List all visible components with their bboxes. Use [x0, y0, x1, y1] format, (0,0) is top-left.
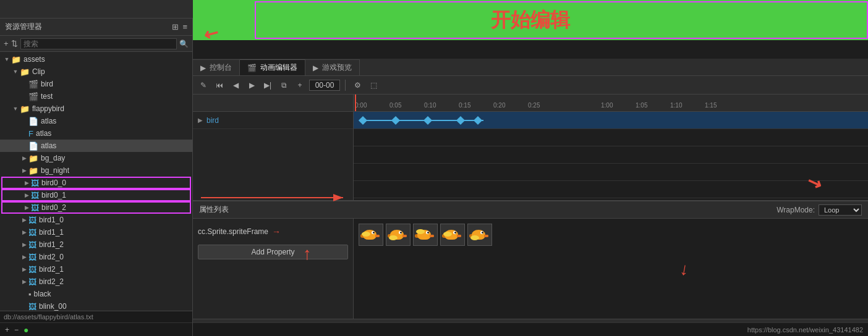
expand-arrow-assets[interactable]: ▼ [2, 56, 11, 62]
tree-item-blink00[interactable]: 🖼 blink_00 [0, 300, 192, 311]
folder-icon-bgday: 📁 [28, 154, 38, 163]
bird-wing-5 [470, 235, 479, 240]
tree-label-bgnight: bg_night [41, 166, 69, 175]
edit-btn[interactable]: ✎ [197, 78, 210, 92]
tree-item-test[interactable]: 🎬 test [0, 90, 192, 103]
expand-arrow-bird2-2[interactable]: ▶ [20, 279, 28, 285]
tree-item-bird0-1[interactable]: ▶ 🖼 bird0_1 [1, 189, 191, 201]
tick-1: 0:05 [389, 102, 401, 109]
sprite-frame-4[interactable] [440, 224, 465, 246]
bird-beak-5 [484, 235, 488, 237]
timeline-track-bird [354, 112, 868, 129]
expand-arrow-bird1-1[interactable]: ▶ [20, 229, 28, 235]
track-expand-bird[interactable]: ▶ [198, 117, 203, 124]
keyframe-4[interactable] [456, 116, 465, 125]
tree-item-assets[interactable]: ▼ 📁 assets [0, 53, 192, 65]
tree-item-bird1-0[interactable]: ▶ 🖼 bird1_0 [0, 214, 192, 226]
wrapmode-select[interactable]: Loop Once PingPong Default [819, 204, 862, 216]
tick-6: 1:00 [601, 102, 613, 109]
game-icon: ▶ [313, 64, 318, 72]
sprite-frame-5[interactable] [467, 224, 492, 246]
tree-item-bird1-2[interactable]: ▶ 🖼 bird1_2 [0, 238, 192, 251]
bird-pupil-5 [482, 232, 483, 233]
sidebar-status-icons: + − ● [5, 325, 29, 335]
tab-anim[interactable]: 🎬 动画编辑器 [240, 59, 305, 75]
anim-icon: 🎬 [247, 64, 257, 72]
expand-arrow-bird0-2[interactable]: ▶ [22, 204, 31, 211]
tick-7: 1:05 [636, 102, 647, 109]
add-property-button[interactable]: Add Property [198, 245, 348, 259]
expand-arrow-bird1-0[interactable]: ▶ [20, 217, 28, 223]
keyframe-5[interactable] [474, 116, 482, 125]
expand-arrow-bird0-0[interactable]: ▶ [22, 180, 31, 186]
tab-preview[interactable]: ▶ 游戏预览 [305, 59, 360, 75]
minus-icon[interactable]: − [14, 326, 19, 334]
bird-sprite-2 [388, 227, 409, 243]
bird-wing-4 [443, 232, 452, 237]
plus-icon[interactable]: + [4, 40, 9, 48]
prop-right [354, 219, 868, 319]
bird-sprite-5 [469, 227, 490, 243]
tree-label-flappybird: flappybird [32, 104, 64, 113]
tree-item-bird0-2[interactable]: ▶ 🖼 bird0_2 [1, 201, 191, 214]
tree-item-flappybird[interactable]: ▼ 📁 flappybird [0, 103, 192, 115]
tree-item-bird1-1[interactable]: ▶ 🖼 bird1_1 [0, 226, 192, 238]
sprite-icon-bird0-2: 🖼 [31, 203, 39, 212]
add-icon[interactable]: + [5, 326, 9, 334]
expand-arrow-bird1-2[interactable]: ▶ [20, 242, 28, 248]
bird-beak-2 [402, 235, 407, 237]
add-event-btn[interactable]: + [293, 78, 307, 92]
next-frame-btn[interactable]: ▶| [261, 78, 274, 92]
tree-item-bgnight[interactable]: ▶ 📁 bg_night [0, 164, 192, 177]
time-display: 00-00 [309, 80, 340, 91]
timeline-ruler: 0:00 0:05 0:10 0:15 0:20 0:25 1:00 1:05 … [354, 94, 868, 112]
tree-item-bird2-0[interactable]: ▶ 🖼 bird2_0 [0, 251, 192, 263]
sort-icon[interactable]: ⇅ [11, 40, 18, 48]
tab-console[interactable]: ▶ 控制台 [193, 59, 240, 75]
expand-arrow-bgnight[interactable]: ▶ [20, 167, 28, 174]
tree-item-clip[interactable]: ▼ 📁 Clip [0, 65, 192, 78]
prop-left: cc.Sprite.spriteFrame → Add Property [193, 219, 354, 319]
fullscreen-btn[interactable]: ⬚ [367, 78, 380, 92]
tree-area: ▼ 📁 assets ▼ 📁 Clip 🎬 bird 🎬 test [0, 52, 192, 311]
expand-arrow-flappybird[interactable]: ▼ [11, 106, 20, 112]
go-start-btn[interactable]: ⏮ [213, 78, 226, 92]
search-icon[interactable]: 🔍 [179, 40, 189, 48]
keyframe-2[interactable] [391, 116, 400, 125]
tree-item-bird[interactable]: 🎬 bird [0, 78, 192, 90]
tree-label-bird2-1: bird2_1 [39, 265, 64, 274]
tree-label-bird0-2: bird0_2 [41, 203, 66, 212]
bottom-section: 属性列表 WrapMode: Loop Once PingPong Defaul… [193, 200, 868, 336]
keyframe-1[interactable] [359, 116, 367, 125]
play-btn[interactable]: ▶ [245, 78, 258, 92]
tree-item-bird2-2[interactable]: ▶ 🖼 bird2_2 [0, 275, 192, 288]
sprite-frame-1[interactable] [359, 224, 383, 246]
tree-item-bird2-1[interactable]: ▶ 🖼 bird2_1 [0, 263, 192, 275]
tree-item-bird0-0[interactable]: ▶ 🖼 bird0_0 [1, 177, 191, 189]
prev-frame-btn[interactable]: ◀ [229, 78, 242, 92]
loop-btn[interactable]: ⧉ [277, 78, 291, 92]
sprite-frame-2[interactable] [386, 224, 411, 246]
settings-btn[interactable]: ⚙ [351, 78, 364, 92]
expand-arrow-clip[interactable]: ▼ [11, 69, 20, 75]
tree-item-atlas1[interactable]: 📄 atlas [0, 115, 192, 127]
tree-label-bird1-2: bird1_2 [39, 240, 64, 249]
green-dot-icon: ● [23, 325, 28, 335]
new-folder-icon[interactable]: ⊞ [172, 23, 179, 31]
sprite-frame-3[interactable] [413, 224, 438, 246]
expand-arrow-bird2-1[interactable]: ▶ [20, 266, 28, 272]
search-bar: + ⇅ 🔍 [0, 36, 192, 52]
expand-arrow-bgday[interactable]: ▶ [20, 155, 28, 161]
expand-arrow-bird2-0[interactable]: ▶ [20, 254, 28, 260]
tree-item-atlas3[interactable]: 📄 atlas [0, 140, 192, 152]
tree-item-black[interactable]: ▪ black [0, 288, 192, 300]
keyframe-3[interactable] [423, 116, 432, 125]
menu-icon[interactable]: ≡ [182, 23, 187, 31]
tree-item-atlas2[interactable]: F atlas [0, 127, 192, 140]
anim-label: 动画编辑器 [260, 62, 297, 73]
playhead[interactable] [355, 94, 356, 111]
tree-item-bgday[interactable]: ▶ 📁 bg_day [0, 152, 192, 164]
search-input[interactable] [20, 38, 177, 49]
sidebar-header-icons: ⊞ ≡ [172, 23, 187, 31]
expand-arrow-bird0-1[interactable]: ▶ [22, 192, 31, 198]
